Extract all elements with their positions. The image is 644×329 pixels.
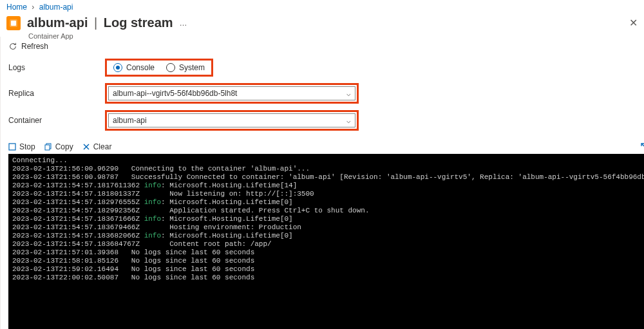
content-pane: Refresh Logs Console System Replica albu…	[1, 37, 644, 329]
log-line: 2023-02-13T21:58:01.85126 No logs since …	[12, 257, 644, 265]
breadcrumb: Home › album-api	[0, 0, 644, 14]
radio-icon	[166, 63, 175, 72]
refresh-icon	[8, 42, 17, 51]
replica-value: album-api--vgirtv5-56f4bb96db-5lh8t	[113, 89, 237, 98]
more-button[interactable]: …	[180, 19, 188, 28]
log-line: Connecting...	[12, 156, 644, 165]
stop-icon	[8, 143, 17, 151]
chevron-down-icon: ⌵	[346, 89, 351, 98]
log-terminal[interactable]: Connecting...2023-02-13T21:56:00.96290 C…	[8, 154, 644, 329]
logs-radio-group: Console System	[105, 59, 213, 77]
radio-console-label: Console	[126, 63, 155, 72]
log-line: 2023-02-13T21:54:57.181801337Z Now liste…	[12, 190, 644, 198]
breadcrumb-home[interactable]: Home	[6, 3, 27, 12]
container-select[interactable]: album-api ⌵	[108, 113, 355, 127]
clear-button[interactable]: Clear	[82, 142, 112, 151]
container-label: Container	[8, 116, 105, 125]
page-title-section: Log stream	[104, 15, 173, 30]
page-header: album-api | Log stream … Container App ✕	[0, 14, 644, 37]
clear-icon	[82, 143, 91, 151]
log-line: 2023-02-13T21:56:00.96290 Connecting to …	[12, 165, 644, 173]
container-app-icon	[6, 16, 21, 30]
chevron-down-icon: ⌵	[346, 117, 351, 125]
radio-system[interactable]: System	[166, 63, 205, 72]
radio-console[interactable]: Console	[113, 63, 155, 72]
log-line: 2023-02-13T21:56:00.98787 Successfully C…	[12, 173, 644, 182]
log-line: 2023-02-13T21:54:57.182976555Z info: Mic…	[12, 198, 644, 207]
page-title-app: album-api	[27, 15, 88, 30]
maximize-icon	[641, 143, 644, 151]
log-line: 2023-02-13T21:54:57.183684767Z Content r…	[12, 240, 644, 249]
refresh-button[interactable]: Refresh	[8, 42, 644, 51]
svg-rect-1	[11, 21, 16, 26]
chevron-right-icon: ›	[32, 3, 34, 12]
log-line: 2023-02-13T21:54:57.182992356Z Applicati…	[12, 207, 644, 215]
log-line: 2023-02-13T21:54:57.183671666Z info: Mic…	[12, 215, 644, 223]
stop-button[interactable]: Stop	[8, 142, 35, 151]
log-line: 2023-02-13T21:57:01.39368 No logs since …	[12, 249, 644, 257]
replica-select[interactable]: album-api--vgirtv5-56f4bb96db-5lh8t ⌵	[108, 86, 355, 100]
log-line: 2023-02-13T21:59:02.16494 No logs since …	[12, 265, 644, 274]
refresh-label: Refresh	[21, 42, 48, 51]
svg-rect-19	[9, 144, 15, 150]
log-line: 2023-02-13T21:54:57.183679466Z Hosting e…	[12, 223, 644, 232]
copy-icon	[44, 143, 53, 151]
container-value: album-api	[113, 116, 147, 125]
radio-icon	[113, 63, 122, 72]
radio-system-label: System	[179, 63, 205, 72]
maximize-button[interactable]: Maximize	[641, 142, 644, 151]
breadcrumb-current[interactable]: album-api	[39, 3, 73, 12]
log-line: 2023-02-13T21:54:57.1817611362 info: Mic…	[12, 182, 644, 190]
replica-label: Replica	[8, 89, 105, 98]
close-button[interactable]: ✕	[629, 17, 638, 29]
logs-label: Logs	[8, 63, 105, 72]
page-title: album-api | Log stream	[27, 15, 173, 30]
svg-rect-21	[45, 145, 50, 150]
log-line: 2023-02-13T22:00:02.50087 No logs since …	[12, 274, 644, 282]
log-line: 2023-02-13T21:54:57.183682066Z info: Mic…	[12, 232, 644, 240]
copy-button[interactable]: Copy	[44, 142, 73, 151]
